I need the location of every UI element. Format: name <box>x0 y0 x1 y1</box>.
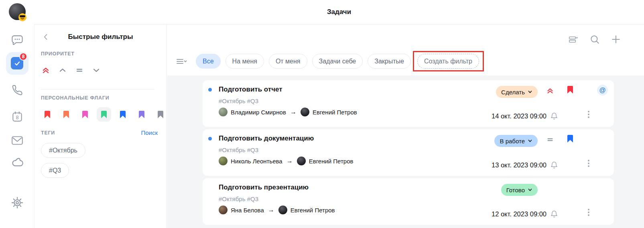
flag-pink-button[interactable] <box>78 107 92 122</box>
assignee-name: Евгений Петров <box>309 158 353 165</box>
flag-blue-button[interactable] <box>116 107 130 122</box>
sidebar-item-chats[interactable] <box>11 34 24 47</box>
bell-icon <box>550 161 558 169</box>
filter-chip-to-me[interactable]: На меня <box>226 54 264 69</box>
status-label: В работе <box>500 138 525 145</box>
chevron-down-icon <box>528 138 532 143</box>
task-card[interactable]: Подготовить отчет #Октябрь #Q3 Владимир … <box>203 80 614 127</box>
due-row: 13 окт. 2023 09:00 <box>492 161 558 169</box>
filter-chips-row: Все На меня От меня Задачи себе Закрытые… <box>176 54 479 69</box>
priority-normal-button[interactable] <box>72 63 87 77</box>
sidebar-item-calendar[interactable]: 8 <box>11 110 24 123</box>
tasks-unread-badge: 8 <box>19 53 27 61</box>
flag-purple-button[interactable] <box>134 107 149 122</box>
more-menu-button[interactable] <box>588 160 589 167</box>
task-people: Яна Белова → Евгений Петров <box>219 206 335 214</box>
view-switcher-icon <box>568 35 579 44</box>
status-label: Готово <box>506 187 525 193</box>
tags-section-label: ТЕГИ <box>41 130 55 136</box>
task-tags: #Октябрь #Q3 <box>219 195 258 202</box>
app-window: 8 8 <box>0 0 644 228</box>
due-row: 14 окт. 2023 09:00 <box>492 112 558 120</box>
hamburger-chevron-icon <box>176 57 188 66</box>
quick-filters-panel: Быстрые фильтры ПРИОРИТЕТ <box>34 24 167 228</box>
flag-red-icon <box>45 111 50 118</box>
flag-red-button[interactable] <box>40 107 55 122</box>
flag-orange-button[interactable] <box>59 107 73 122</box>
due-date: 12 окт. 2023 09:00 <box>492 210 546 218</box>
panel-title: Быстрые фильтры <box>35 33 167 41</box>
priority-filter-row <box>39 63 104 77</box>
more-menu-button[interactable] <box>588 209 589 216</box>
more-menu-button[interactable] <box>588 111 589 118</box>
sidebar-item-settings[interactable] <box>11 196 24 209</box>
flag-red-icon[interactable] <box>567 86 573 94</box>
flag-green-button[interactable] <box>97 107 111 122</box>
mention-icon[interactable]: @ <box>597 85 608 96</box>
tag-chip-q3[interactable]: #Q3 <box>41 163 69 178</box>
task-people: Николь Леонтьева → Евгений Петров <box>219 157 353 165</box>
assignee-avatar <box>297 157 306 165</box>
priority-low-button[interactable] <box>89 63 104 77</box>
sidebar-item-calls[interactable] <box>11 84 23 96</box>
priority-section-label: ПРИОРИТЕТ <box>41 51 75 57</box>
task-card[interactable]: Подготовить документацию #Октябрь #Q3 Ни… <box>203 129 614 176</box>
create-filter-button[interactable]: Создать фильтр <box>417 54 479 69</box>
priority-normal-icon <box>546 135 555 144</box>
list-options-button[interactable] <box>176 57 188 66</box>
due-date: 13 окт. 2023 09:00 <box>492 161 546 169</box>
main-area: Все На меня От меня Задачи себе Закрытые… <box>167 24 644 228</box>
assigner-name: Яна Белова <box>231 207 264 214</box>
bell-icon <box>550 210 558 218</box>
sidebar-item-cloud[interactable] <box>10 157 24 169</box>
cloud-icon <box>10 157 24 169</box>
bell-icon <box>550 112 558 120</box>
status-badge[interactable]: В работе <box>494 135 538 147</box>
flag-gray-icon <box>158 111 163 118</box>
task-title: Подготовить отчет <box>219 86 282 94</box>
equals-icon <box>75 65 84 75</box>
priority-highest-button[interactable] <box>39 63 53 77</box>
chevron-down-icon <box>528 90 532 94</box>
flag-blue-icon[interactable] <box>567 135 573 142</box>
task-list: Подготовить отчет #Октябрь #Q3 Владимир … <box>167 75 644 228</box>
filter-chip-closed[interactable]: Закрытые <box>368 54 411 69</box>
sidebar-item-mail[interactable] <box>11 135 24 146</box>
chevron-up-icon <box>58 65 67 75</box>
status-badge[interactable]: Готово <box>501 184 538 196</box>
assigner-name: Владимир Смирнов <box>231 109 286 116</box>
section-divider <box>41 89 154 90</box>
due-date: 14 окт. 2023 09:00 <box>492 112 546 120</box>
tasks-toolbar: Все На меня От меня Задачи себе Закрытые… <box>167 24 644 75</box>
svg-text:8: 8 <box>16 114 18 120</box>
task-card[interactable]: Подготовить презентацию #Октябрь #Q3 Яна… <box>203 178 614 225</box>
add-task-button[interactable] <box>611 34 621 45</box>
status-badge[interactable]: Сделать <box>496 86 538 98</box>
plus-icon <box>611 34 621 45</box>
left-nav-rail: 8 8 <box>0 0 34 228</box>
status-label: Сделать <box>501 89 525 96</box>
assigner-avatar <box>219 108 228 116</box>
view-switcher-button[interactable] <box>568 34 579 45</box>
filter-chip-all[interactable]: Все <box>196 54 221 69</box>
assignee-avatar <box>278 206 287 214</box>
flag-purple-icon <box>139 111 144 118</box>
phone-icon <box>11 84 23 96</box>
priority-high-button[interactable] <box>55 63 70 77</box>
tag-chip-october[interactable]: #Октябрь <box>41 143 85 158</box>
flag-gray-button[interactable] <box>153 107 168 122</box>
task-title: Подготовить презентацию <box>219 183 309 191</box>
chat-icon <box>11 34 24 47</box>
assignee-name: Евгений Петров <box>313 109 357 116</box>
calendar-icon: 8 <box>11 110 24 123</box>
flag-green-icon <box>101 111 107 118</box>
filter-chip-from-me[interactable]: От меня <box>269 54 307 69</box>
search-button[interactable] <box>589 34 600 45</box>
assigner-avatar <box>219 206 228 214</box>
search-icon <box>589 34 600 45</box>
unread-indicator <box>208 137 212 140</box>
filter-chip-self[interactable]: Задачи себе <box>312 54 363 69</box>
task-tags: #Октябрь #Q3 <box>219 98 258 104</box>
sunglasses-emoji-badge <box>18 13 26 21</box>
tags-search-link[interactable]: Поиск <box>141 129 158 136</box>
